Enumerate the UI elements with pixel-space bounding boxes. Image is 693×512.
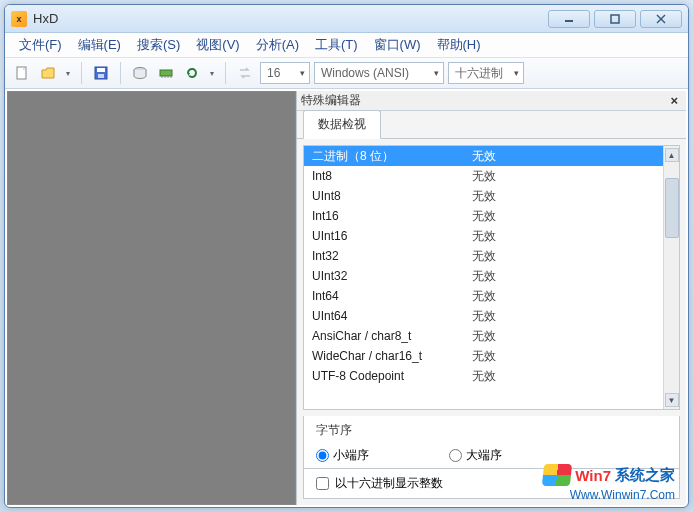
scroll-track[interactable] [665, 162, 679, 393]
panel-title: 特殊编辑器 [301, 92, 361, 109]
row-name: Int16 [312, 209, 472, 223]
open-button[interactable] [37, 62, 59, 84]
ram-button[interactable] [155, 62, 177, 84]
disk-button[interactable] [129, 62, 151, 84]
radio-little-label: 小端序 [333, 447, 369, 464]
content-area: 特殊编辑器 × 数据检视 二进制（8 位）无效Int8无效UInt8无效Int1… [5, 89, 688, 507]
byteorder-group: 字节序 小端序 大端序 [303, 416, 680, 469]
disk-icon [132, 65, 148, 81]
row-name: UTF-8 Codepoint [312, 369, 472, 383]
radio-big-label: 大端序 [466, 447, 502, 464]
row-name: UInt32 [312, 269, 472, 283]
toggle-button[interactable] [234, 62, 256, 84]
row-value: 无效 [472, 308, 655, 325]
inspector-row[interactable]: UInt32无效 [304, 266, 663, 286]
menu-search[interactable]: 搜索(S) [131, 34, 186, 56]
row-value: 无效 [472, 328, 655, 345]
encoding-combo[interactable]: Windows (ANSI) ▾ [314, 62, 444, 84]
chevron-down-icon: ▾ [300, 68, 305, 78]
base-combo[interactable]: 十六进制 ▾ [448, 62, 524, 84]
maximize-icon [610, 14, 620, 24]
inspector-row[interactable]: Int32无效 [304, 246, 663, 266]
inspector-row[interactable]: UInt64无效 [304, 306, 663, 326]
refresh-button[interactable] [181, 62, 203, 84]
tabstrip: 数据检视 [297, 111, 686, 139]
inspector-row[interactable]: Int8无效 [304, 166, 663, 186]
app-icon: x [11, 11, 27, 27]
svg-rect-1 [611, 15, 619, 23]
radio-little-endian[interactable]: 小端序 [316, 447, 369, 464]
svg-rect-7 [97, 68, 105, 72]
hex-int-checkbox[interactable] [316, 477, 329, 490]
inspector-row[interactable]: UTF-8 Codepoint无效 [304, 366, 663, 386]
row-value: 无效 [472, 288, 655, 305]
inspector-row[interactable]: AnsiChar / char8_t无效 [304, 326, 663, 346]
inspector-row[interactable]: UInt8无效 [304, 186, 663, 206]
row-value: 无效 [472, 248, 655, 265]
separator [120, 62, 121, 84]
menu-view[interactable]: 视图(V) [190, 34, 245, 56]
row-value: 无效 [472, 188, 655, 205]
new-file-icon [14, 65, 30, 81]
close-icon [656, 14, 666, 24]
row-value: 无效 [472, 208, 655, 225]
inspector-pane: 特殊编辑器 × 数据检视 二进制（8 位）无效Int8无效UInt8无效Int1… [296, 91, 686, 505]
app-window: x HxD 文件(F) 编辑(E) 搜索(S) 视图(V) 分析(A) 工具(T… [4, 4, 689, 508]
bytes-per-line-combo[interactable]: 16 ▾ [260, 62, 310, 84]
menu-file[interactable]: 文件(F) [13, 34, 68, 56]
scroll-up-button[interactable]: ▲ [665, 148, 679, 162]
window-title: HxD [33, 11, 58, 26]
row-name: WideChar / char16_t [312, 349, 472, 363]
minimize-button[interactable] [548, 10, 590, 28]
hex-int-row: 以十六进制显示整数 [303, 469, 680, 499]
bytes-per-line-value: 16 [267, 66, 280, 80]
close-button[interactable] [640, 10, 682, 28]
inspector-row[interactable]: Int16无效 [304, 206, 663, 226]
row-name: Int32 [312, 249, 472, 263]
radio-little-input[interactable] [316, 449, 329, 462]
menu-window[interactable]: 窗口(W) [368, 34, 427, 56]
panel-header: 特殊编辑器 × [297, 91, 686, 111]
chevron-down-icon: ▾ [514, 68, 519, 78]
save-button[interactable] [90, 62, 112, 84]
encoding-value: Windows (ANSI) [321, 66, 409, 80]
refresh-dropdown[interactable]: ▾ [207, 69, 217, 78]
scrollbar[interactable]: ▲ ▼ [663, 146, 679, 409]
refresh-icon [184, 65, 200, 81]
base-value: 十六进制 [455, 65, 503, 82]
row-name: AnsiChar / char8_t [312, 329, 472, 343]
panel-close-button[interactable]: × [666, 93, 682, 108]
inspector-row[interactable]: WideChar / char16_t无效 [304, 346, 663, 366]
maximize-button[interactable] [594, 10, 636, 28]
new-button[interactable] [11, 62, 33, 84]
row-name: UInt8 [312, 189, 472, 203]
inspector-list-wrap: 二进制（8 位）无效Int8无效UInt8无效Int16无效UInt16无效In… [303, 145, 680, 410]
menu-edit[interactable]: 编辑(E) [72, 34, 127, 56]
titlebar[interactable]: x HxD [5, 5, 688, 33]
separator [81, 62, 82, 84]
radio-big-input[interactable] [449, 449, 462, 462]
ram-icon [158, 65, 174, 81]
row-value: 无效 [472, 148, 655, 165]
svg-rect-8 [98, 74, 104, 78]
menu-help[interactable]: 帮助(H) [431, 34, 487, 56]
row-value: 无效 [472, 348, 655, 365]
scroll-down-button[interactable]: ▼ [665, 393, 679, 407]
inspector-row[interactable]: Int64无效 [304, 286, 663, 306]
scroll-thumb[interactable] [665, 178, 679, 238]
inspector-row[interactable]: UInt16无效 [304, 226, 663, 246]
tab-data-inspector[interactable]: 数据检视 [303, 110, 381, 139]
row-name: Int8 [312, 169, 472, 183]
save-icon [93, 65, 109, 81]
menubar: 文件(F) 编辑(E) 搜索(S) 视图(V) 分析(A) 工具(T) 窗口(W… [5, 33, 688, 57]
arrows-icon [237, 65, 253, 81]
row-value: 无效 [472, 368, 655, 385]
menu-tools[interactable]: 工具(T) [309, 34, 364, 56]
inspector-list[interactable]: 二进制（8 位）无效Int8无效UInt8无效Int16无效UInt16无效In… [304, 146, 663, 409]
inspector-row[interactable]: 二进制（8 位）无效 [304, 146, 663, 166]
row-value: 无效 [472, 168, 655, 185]
menu-analyze[interactable]: 分析(A) [250, 34, 305, 56]
hex-editor-pane[interactable] [7, 91, 296, 505]
radio-big-endian[interactable]: 大端序 [449, 447, 502, 464]
open-dropdown[interactable]: ▾ [63, 69, 73, 78]
